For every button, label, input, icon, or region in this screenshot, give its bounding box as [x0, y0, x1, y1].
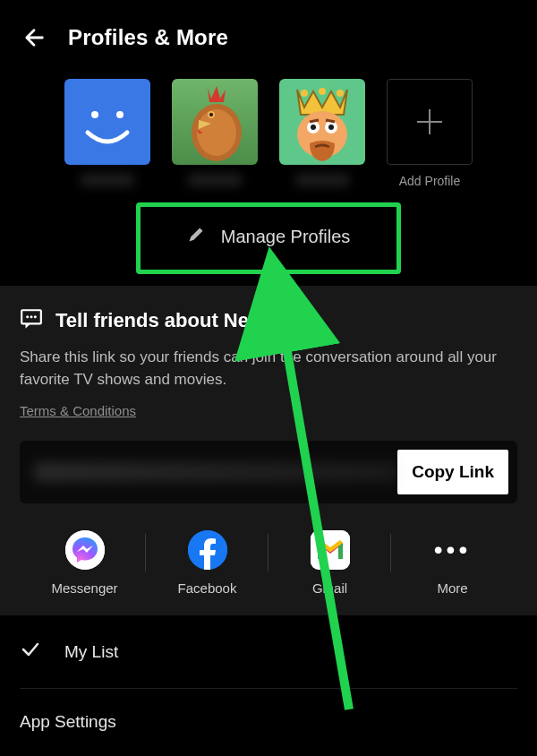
share-targets-row: Messenger Facebook Gmail: [20, 530, 517, 596]
messenger-icon: [65, 530, 105, 570]
profile-tile[interactable]: [64, 79, 150, 190]
svg-point-11: [311, 125, 316, 130]
menu-my-list[interactable]: My List: [20, 615, 517, 689]
plus-icon[interactable]: [387, 79, 473, 165]
profile-tile[interactable]: [172, 79, 258, 190]
share-description: Share this link so your friends can join…: [20, 347, 517, 391]
svg-point-3: [197, 109, 236, 156]
terms-conditions-link[interactable]: Terms & Conditions: [20, 403, 136, 418]
svg-point-5: [209, 113, 213, 116]
pencil-icon: [187, 226, 205, 248]
add-profile-tile[interactable]: Add Profile: [387, 79, 473, 188]
profiles-row: Add Profile: [0, 68, 537, 199]
share-title: Tell friends about Netflix.: [55, 309, 289, 332]
profile-name: [81, 174, 134, 190]
manage-profiles-label: Manage Profiles: [221, 227, 351, 247]
speech-bubble-icon: [20, 307, 43, 334]
copy-link-button[interactable]: Copy Link: [397, 450, 508, 494]
menu-item-label: App Settings: [20, 712, 116, 732]
svg-point-6: [301, 90, 308, 97]
svg-point-8: [337, 90, 344, 97]
svg-point-16: [30, 315, 32, 318]
svg-point-1: [116, 111, 124, 118]
svg-point-0: [91, 111, 98, 118]
svg-point-13: [328, 125, 334, 130]
share-target-messenger[interactable]: Messenger: [23, 530, 146, 596]
manage-profiles-button[interactable]: Manage Profiles: [151, 210, 387, 264]
profile-name: [295, 174, 349, 190]
share-target-gmail[interactable]: Gmail: [268, 530, 391, 596]
check-icon: [20, 639, 41, 665]
share-link-box: Copy Link: [20, 441, 517, 503]
share-link-text: [34, 462, 397, 482]
share-target-facebook[interactable]: Facebook: [146, 530, 268, 596]
more-icon: •••: [434, 530, 471, 570]
gmail-icon: [311, 530, 350, 570]
share-card: Tell friends about Netflix. Share this l…: [0, 286, 537, 615]
avatar-king-icon: [279, 79, 365, 165]
share-target-label: Facebook: [178, 580, 237, 596]
profile-name: [188, 174, 242, 190]
avatar-smiley-icon: [64, 79, 150, 165]
menu-item-label: My List: [64, 642, 118, 662]
share-target-label: Messenger: [51, 580, 117, 596]
profile-tile[interactable]: [279, 79, 365, 190]
menu-app-settings[interactable]: App Settings: [20, 689, 517, 755]
back-arrow-icon[interactable]: [21, 25, 47, 50]
share-target-label: Gmail: [312, 580, 347, 596]
avatar-chicken-icon: [172, 79, 258, 165]
add-profile-label: Add Profile: [399, 174, 460, 188]
svg-point-17: [34, 315, 37, 318]
share-target-label: More: [437, 580, 467, 596]
svg-point-15: [26, 315, 29, 318]
svg-point-7: [319, 88, 326, 95]
share-target-more[interactable]: ••• More: [391, 530, 514, 596]
facebook-icon: [188, 530, 227, 570]
page-title: Profiles & More: [68, 25, 228, 50]
